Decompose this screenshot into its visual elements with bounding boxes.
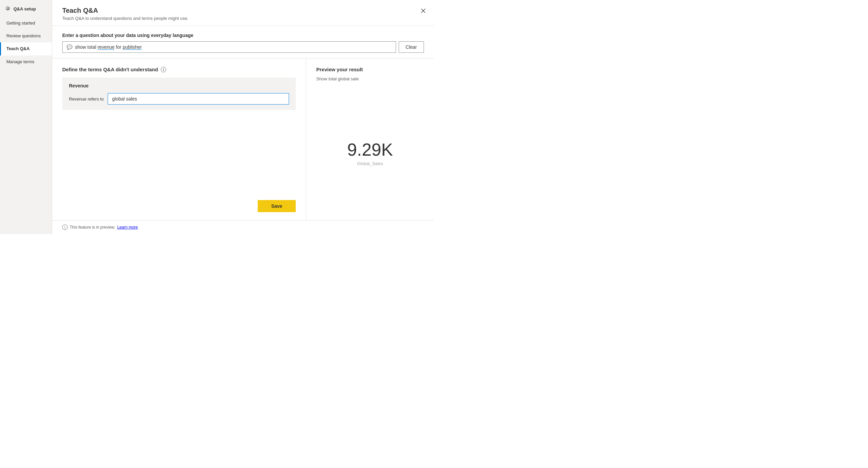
left-panel: Define the terms Q&A didn't understand i…	[52, 59, 306, 220]
save-footer: Save	[62, 200, 296, 212]
clear-button[interactable]: Clear	[399, 41, 424, 53]
term-refers-input[interactable]	[108, 93, 289, 105]
footer-note-area: i This feature is in preview. Learn more	[62, 225, 138, 230]
term-card-revenue: Revenue Revenue refers to	[62, 78, 296, 110]
page-subtitle: Teach Q&A to understand questions and te…	[62, 16, 424, 21]
gear-icon	[5, 6, 11, 11]
sidebar-item-teach-qa[interactable]: Teach Q&A	[0, 42, 52, 55]
sidebar-header-label: Q&A setup	[13, 6, 36, 11]
close-icon	[421, 8, 426, 13]
sidebar: Q&A setup Getting started Review questio…	[0, 0, 52, 234]
question-input-row: 💬 show total revenue for publisher Clear	[62, 41, 424, 53]
save-button[interactable]: Save	[258, 200, 296, 212]
learn-more-link[interactable]: Learn more	[117, 225, 137, 230]
main-header: Teach Q&A Teach Q&A to understand questi…	[52, 0, 434, 26]
sidebar-item-getting-started[interactable]: Getting started	[0, 17, 52, 30]
close-button[interactable]	[418, 5, 429, 16]
preview-big-number: 9.29K	[347, 141, 393, 158]
question-area: Enter a question about your data using e…	[52, 26, 434, 59]
sidebar-item-manage-terms[interactable]: Manage terms	[0, 56, 52, 68]
define-label: Define the terms Q&A didn't understand i	[62, 67, 296, 72]
define-info-icon[interactable]: i	[161, 67, 166, 72]
sidebar-item-review-questions[interactable]: Review questions	[0, 30, 52, 42]
question-text: show total revenue for publisher	[75, 44, 392, 50]
main-panel: Teach Q&A Teach Q&A to understand questi…	[52, 0, 434, 234]
question-label: Enter a question about your data using e…	[62, 33, 424, 38]
sidebar-nav: Getting started Review questions Teach Q…	[0, 17, 52, 68]
page-title: Teach Q&A	[62, 7, 424, 14]
footer-note-text: This feature is in preview.	[70, 225, 115, 230]
term-refers-row: Revenue refers to	[69, 93, 289, 105]
preview-subtitle: Show total global sale	[316, 76, 424, 81]
chat-icon: 💬	[67, 44, 72, 50]
right-panel: Preview your result Show total global sa…	[306, 59, 434, 220]
question-input-wrapper[interactable]: 💬 show total revenue for publisher	[62, 41, 396, 53]
preview-field-name: Global_Sales	[357, 161, 383, 166]
term-publisher: publisher	[123, 44, 142, 50]
term-refers-label: Revenue refers to	[69, 97, 104, 102]
content-area: Define the terms Q&A didn't understand i…	[52, 59, 434, 220]
term-revenue: revenue	[98, 44, 115, 50]
bottom-bar: i This feature is in preview. Learn more	[52, 220, 434, 234]
preview-label: Preview your result	[316, 67, 424, 72]
term-card-title: Revenue	[69, 83, 289, 89]
preview-value-area: 9.29K Global_Sales	[316, 95, 424, 212]
footer-info-icon: i	[62, 225, 68, 230]
sidebar-header: Q&A setup	[0, 0, 52, 17]
